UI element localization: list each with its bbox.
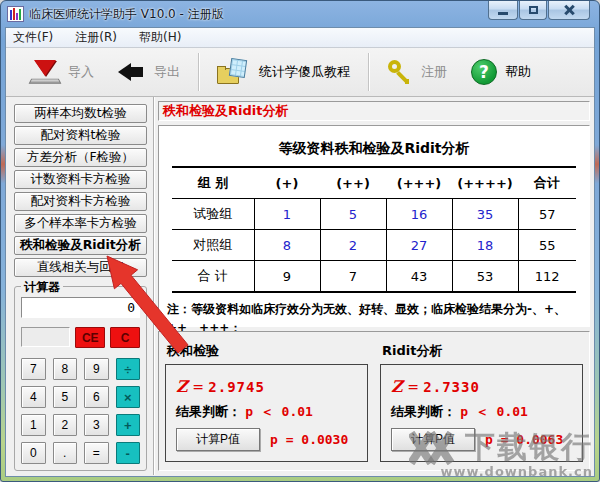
close-icon bbox=[563, 4, 575, 16]
data-cell[interactable]: 5 bbox=[320, 199, 386, 230]
toolbar-tutorial-label: 统计学傻瓜教程 bbox=[259, 63, 350, 81]
rank-sum-data-table: 组 别 (+) (++) (+++) (++++) 合计 试验组 bbox=[172, 166, 576, 293]
judgement-label: 结果判断： bbox=[391, 404, 456, 419]
z-statistic-line: Z = 2.7330 bbox=[391, 377, 572, 396]
table-row: 试验组 1 5 16 35 57 bbox=[172, 199, 576, 230]
content-area: 两样本均数t检验 配对资料t检验 方差分析（F检验） 计数资料卡方检验 配对资料… bbox=[6, 97, 594, 475]
title-bar[interactable]: 临床医师统计学助手 V10.0 - 注册版 bbox=[1, 1, 599, 27]
total-cell: 43 bbox=[386, 261, 452, 293]
calc-key-1[interactable]: 1 bbox=[21, 414, 46, 436]
total-cell: 53 bbox=[452, 261, 518, 293]
data-cell[interactable]: 35 bbox=[452, 199, 518, 230]
toolbar: 导入 导出 统计学傻瓜教程 注册 ? 帮助 bbox=[6, 48, 594, 97]
calculator-display[interactable] bbox=[21, 297, 140, 318]
judgement-label: 结果判断： bbox=[176, 404, 241, 419]
p-calc-row: 计算P值 p = 0.0063 bbox=[391, 428, 572, 451]
row-label: 对照组 bbox=[172, 230, 254, 261]
minimize-icon bbox=[498, 12, 508, 15]
toolbar-register-button[interactable]: 注册 bbox=[375, 48, 459, 96]
calc-key-decimal[interactable]: . bbox=[53, 442, 78, 464]
data-cell[interactable]: 27 bbox=[386, 230, 452, 261]
table-row: 对照组 8 2 27 18 55 bbox=[172, 230, 576, 261]
data-cell[interactable]: 1 bbox=[254, 199, 320, 230]
minimize-button[interactable] bbox=[488, 1, 518, 20]
z-symbol: Z bbox=[176, 377, 188, 396]
col-header-plus3: (+++) bbox=[386, 167, 452, 199]
toolbar-help-label: 帮助 bbox=[505, 63, 531, 81]
calculator-ce-button[interactable]: CE bbox=[75, 327, 105, 348]
sidebar-item-paired-chi-square[interactable]: 配对资料卡方检验 bbox=[14, 192, 147, 211]
data-cell[interactable]: 2 bbox=[320, 230, 386, 261]
calc-p-value-button[interactable]: 计算P值 bbox=[176, 428, 260, 451]
toolbar-separator bbox=[198, 53, 199, 91]
z-value: 2.7330 bbox=[423, 379, 480, 395]
calc-key-8[interactable]: 8 bbox=[53, 358, 78, 380]
total-cell: 57 bbox=[518, 199, 576, 230]
toolbar-import-button[interactable]: 导入 bbox=[18, 48, 106, 96]
data-cell[interactable]: 8 bbox=[254, 230, 320, 261]
rank-sum-test-group: 秩和检验 Z = 2.9745 结果判断： p ＜ 0.01 bbox=[165, 342, 368, 462]
calc-key-4[interactable]: 4 bbox=[21, 386, 46, 408]
table-row: 合 计 9 7 43 53 112 bbox=[172, 261, 576, 293]
data-cell[interactable]: 16 bbox=[386, 199, 452, 230]
menu-help[interactable]: 帮助(H) bbox=[139, 29, 181, 46]
maximize-icon bbox=[529, 6, 538, 14]
tutorial-folder-icon bbox=[217, 59, 251, 85]
toolbar-export-label: 导出 bbox=[154, 63, 180, 81]
calc-key-3[interactable]: 3 bbox=[84, 414, 109, 436]
toolbar-separator bbox=[368, 53, 369, 91]
equals-sign: = bbox=[407, 379, 419, 395]
sidebar-item-linear-regression[interactable]: 直线相关与回归 bbox=[14, 258, 147, 277]
judgement-value: p ＜ 0.01 bbox=[245, 404, 313, 419]
total-cell: 55 bbox=[518, 230, 576, 261]
calc-key-equals[interactable]: = bbox=[84, 442, 109, 464]
close-button[interactable] bbox=[548, 1, 590, 20]
judgement-line: 结果判断： p ＜ 0.01 bbox=[391, 403, 572, 421]
sidebar-item-rank-sum-ridit[interactable]: 秩和检验及Ridit分析 bbox=[14, 236, 147, 255]
calc-key-9[interactable]: 9 bbox=[84, 358, 109, 380]
sidebar-item-paired-t-test[interactable]: 配对资料t检验 bbox=[14, 126, 147, 145]
import-arrow-icon bbox=[30, 60, 60, 84]
sidebar-item-multi-rate-chi-square[interactable]: 多个样本率卡方检验 bbox=[14, 214, 147, 233]
table-header-row: 组 别 (+) (++) (+++) (++++) 合计 bbox=[172, 167, 576, 199]
calc-key-0[interactable]: 0 bbox=[21, 442, 46, 464]
toolbar-import-label: 导入 bbox=[68, 63, 94, 81]
menu-register[interactable]: 注册(R) bbox=[75, 29, 117, 46]
page-title: 秩和检验及Ridit分析 bbox=[158, 101, 590, 121]
calc-key-multiply[interactable]: × bbox=[116, 386, 141, 408]
sidebar-item-anova-f-test[interactable]: 方差分析（F检验） bbox=[14, 148, 147, 167]
calc-key-6[interactable]: 6 bbox=[84, 386, 109, 408]
col-header-group: 组 别 bbox=[172, 167, 254, 199]
window-title: 临床医师统计学助手 V10.0 - 注册版 bbox=[29, 6, 224, 23]
sidebar-item-count-chi-square[interactable]: 计数资料卡方检验 bbox=[14, 170, 147, 189]
judgement-value: p ＜ 0.01 bbox=[460, 404, 528, 419]
calc-key-2[interactable]: 2 bbox=[53, 414, 78, 436]
ridit-analysis-title: Ridit分析 bbox=[382, 342, 583, 360]
calculator-c-button[interactable]: C bbox=[110, 327, 140, 348]
col-header-plus4: (++++) bbox=[452, 167, 518, 199]
toolbar-export-button[interactable]: 导出 bbox=[106, 48, 192, 96]
calc-key-7[interactable]: 7 bbox=[21, 358, 46, 380]
calc-key-divide[interactable]: ÷ bbox=[116, 358, 141, 380]
toolbar-tutorial-button[interactable]: 统计学傻瓜教程 bbox=[205, 48, 362, 96]
menu-file[interactable]: 文件(F) bbox=[13, 29, 53, 46]
client-area: 文件(F) 注册(R) 帮助(H) 导入 导出 统计学傻瓜教程 注册 bbox=[5, 27, 595, 477]
z-symbol: Z bbox=[391, 377, 403, 396]
maximize-button[interactable] bbox=[519, 1, 547, 20]
help-question-icon: ? bbox=[471, 59, 497, 85]
calc-key-minus[interactable]: - bbox=[116, 442, 141, 464]
calculator-memory-box bbox=[21, 327, 70, 347]
data-table-panel: 等级资料秩和检验及Ridit分析 组 别 (+) (++) (+++) (+++… bbox=[158, 125, 590, 327]
total-cell: 9 bbox=[254, 261, 320, 293]
calc-key-plus[interactable]: + bbox=[116, 414, 141, 436]
col-header-plus1: (+) bbox=[254, 167, 320, 199]
sidebar-item-two-sample-t-test[interactable]: 两样本均数t检验 bbox=[14, 104, 147, 123]
total-cell: 7 bbox=[320, 261, 386, 293]
toolbar-help-button[interactable]: ? 帮助 bbox=[459, 48, 543, 96]
calc-key-5[interactable]: 5 bbox=[53, 386, 78, 408]
rank-sum-test-box: Z = 2.9745 结果判断： p ＜ 0.01 计算P值 p = 0.003… bbox=[165, 364, 368, 462]
ridit-analysis-group: Ridit分析 Z = 2.7330 结果判断： p ＜ 0.01 bbox=[380, 342, 583, 462]
calc-p-value-button[interactable]: 计算P值 bbox=[391, 428, 475, 451]
judgement-line: 结果判断： p ＜ 0.01 bbox=[176, 403, 357, 421]
data-cell[interactable]: 18 bbox=[452, 230, 518, 261]
